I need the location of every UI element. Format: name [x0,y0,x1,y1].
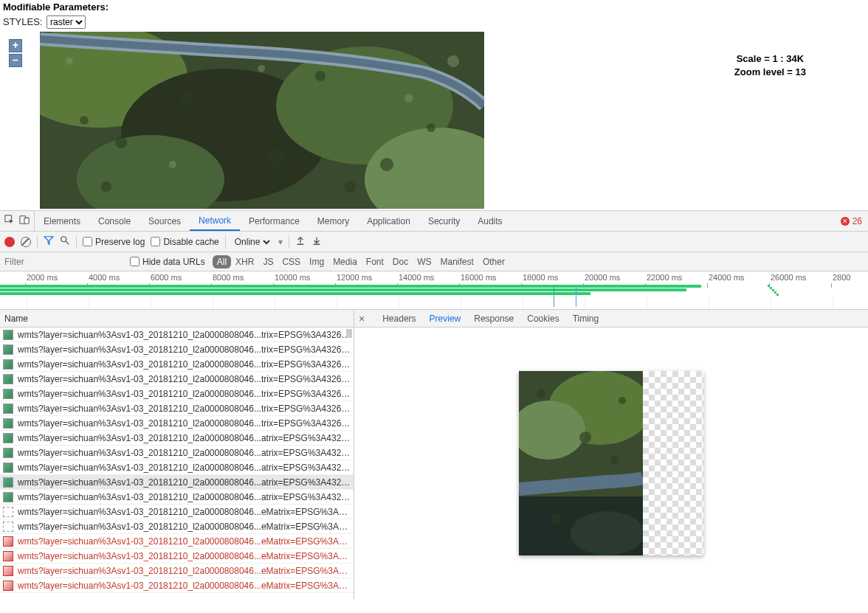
filter-type-img[interactable]: Img [305,255,328,269]
request-row[interactable]: wmts?layer=sichuan%3Asv1-03_20181210_l2a… [0,519,354,534]
request-row[interactable]: wmts?layer=sichuan%3Asv1-03_20181210_l2a… [0,578,354,593]
devtools-tab-network[interactable]: Network [190,211,240,231]
request-row[interactable]: wmts?layer=sichuan%3Asv1-03_20181210_l2a… [0,475,354,490]
file-icon [3,448,13,458]
request-name: wmts?layer=sichuan%3Asv1-03_20181210_l2a… [18,477,351,488]
request-row[interactable]: wmts?layer=sichuan%3Asv1-03_20181210_l2a… [0,387,354,401]
devtools-panel: ElementsConsoleSourcesNetworkPerformance… [0,210,868,599]
network-timeline[interactable]: 2000 ms4000 ms6000 ms8000 ms10000 ms1200… [0,271,868,310]
preview-image [519,371,703,555]
devtools-tab-application[interactable]: Application [358,211,419,231]
svg-point-7 [115,136,127,148]
detail-tab-timing[interactable]: Timing [573,314,599,324]
request-row[interactable]: wmts?layer=sichuan%3Asv1-03_20181210_l2a… [0,372,354,387]
timeline-tick: 6000 ms [151,273,182,282]
request-name: wmts?layer=sichuan%3Asv1-03_20181210_l2a… [18,536,351,547]
request-row[interactable]: wmts?layer=sichuan%3Asv1-03_20181210_l2a… [0,564,354,578]
filter-toggle-icon[interactable] [44,235,54,248]
devtools-tab-security[interactable]: Security [419,211,469,231]
request-row[interactable]: wmts?layer=sichuan%3Asv1-03_20181210_l2a… [0,431,354,446]
file-icon [3,536,13,547]
file-icon [3,359,13,370]
filter-type-ws[interactable]: WS [413,255,435,269]
timeline-tick: 18000 ms [523,273,558,282]
zoom-out-button[interactable]: – [9,54,22,67]
timeline-tick: 16000 ms [461,273,496,282]
devtools-tab-elements[interactable]: Elements [35,211,89,231]
svg-point-9 [267,148,285,166]
request-list[interactable]: wmts?layer=sichuan%3Asv1-03_20181210_l2a… [0,328,354,599]
svg-point-17 [258,65,265,72]
filter-type-media[interactable]: Media [328,255,362,269]
styles-select[interactable]: raster [46,15,86,29]
request-name: wmts?layer=sichuan%3Asv1-03_20181210_l2a… [18,581,351,591]
file-icon [3,492,13,502]
devtools-tab-console[interactable]: Console [89,211,140,231]
request-row[interactable]: wmts?layer=sichuan%3Asv1-03_20181210_l2a… [0,446,354,460]
filter-type-manifest[interactable]: Manifest [436,255,478,269]
preserve-log-checkbox[interactable]: Preserve log [83,237,145,247]
device-toggle-icon[interactable] [19,215,30,227]
svg-rect-22 [24,218,29,224]
svg-line-24 [66,241,69,244]
request-row[interactable]: wmts?layer=sichuan%3Asv1-03_20181210_l2a… [0,342,354,357]
search-icon[interactable] [60,235,70,248]
close-details-button[interactable]: × [359,313,365,325]
disable-cache-checkbox[interactable]: Disable cache [151,237,218,247]
clear-button[interactable] [21,237,31,247]
file-icon [3,433,13,443]
request-name: wmts?layer=sichuan%3Asv1-03_20181210_l2a… [18,551,351,561]
timeline-tick: 4000 ms [89,273,120,282]
svg-point-16 [447,55,459,67]
detail-tab-headers[interactable]: Headers [382,314,416,324]
file-icon [3,566,13,576]
scale-label: Scale = 1 : 34K [734,52,806,66]
scrollbar-thumb[interactable] [346,329,352,338]
request-row[interactable]: wmts?layer=sichuan%3Asv1-03_20181210_l2a… [0,460,354,475]
request-row[interactable]: wmts?layer=sichuan%3Asv1-03_20181210_l2a… [0,534,354,549]
upload-har-icon[interactable] [295,235,306,248]
throttling-select[interactable]: Online [232,236,272,248]
filter-type-font[interactable]: Font [362,255,388,269]
request-row[interactable]: wmts?layer=sichuan%3Asv1-03_20181210_l2a… [0,357,354,372]
error-count[interactable]: ✕ 26 [841,216,868,226]
filter-type-other[interactable]: Other [478,255,509,269]
name-column-header[interactable]: Name [0,310,354,328]
filter-type-xhr[interactable]: XHR [231,255,258,269]
file-icon [3,507,13,517]
request-row[interactable]: wmts?layer=sichuan%3Asv1-03_20181210_l2a… [0,416,354,431]
detail-tab-response[interactable]: Response [474,314,514,324]
zoom-in-button[interactable]: + [9,39,22,52]
svg-point-13 [101,181,111,192]
filter-type-doc[interactable]: Doc [388,255,413,269]
timeline-tick: 8000 ms [213,273,244,282]
devtools-tab-audits[interactable]: Audits [469,211,511,231]
request-row[interactable]: wmts?layer=sichuan%3Asv1-03_20181210_l2a… [0,549,354,564]
download-har-icon[interactable] [311,235,322,248]
map-canvas[interactable] [40,32,484,209]
record-button[interactable] [4,237,15,247]
modifiable-params-label: Modifiable Parameters: [3,1,865,13]
inspect-element-icon[interactable] [4,215,15,227]
detail-tab-preview[interactable]: Preview [430,314,461,324]
request-row[interactable]: wmts?layer=sichuan%3Asv1-03_20181210_l2a… [0,328,354,342]
request-name: wmts?layer=sichuan%3Asv1-03_20181210_l2a… [18,418,351,429]
devtools-tab-memory[interactable]: Memory [309,211,358,231]
request-row[interactable]: wmts?layer=sichuan%3Asv1-03_20181210_l2a… [0,490,354,505]
filter-type-css[interactable]: CSS [278,255,305,269]
request-name: wmts?layer=sichuan%3Asv1-03_20181210_l2a… [18,330,351,340]
filter-input[interactable] [4,257,123,267]
request-row[interactable]: wmts?layer=sichuan%3Asv1-03_20181210_l2a… [0,505,354,519]
request-name: wmts?layer=sichuan%3Asv1-03_20181210_l2a… [18,374,351,384]
detail-tab-cookies[interactable]: Cookies [527,314,559,324]
request-row[interactable]: wmts?layer=sichuan%3Asv1-03_20181210_l2a… [0,401,354,416]
devtools-tab-sources[interactable]: Sources [140,211,190,231]
svg-point-31 [579,432,591,443]
filter-type-js[interactable]: JS [258,255,278,269]
request-name: wmts?layer=sichuan%3Asv1-03_20181210_l2a… [18,359,351,370]
hide-data-urls-checkbox[interactable]: Hide data URLs [130,257,205,267]
svg-point-12 [427,123,435,132]
devtools-tab-performance[interactable]: Performance [240,211,309,231]
filter-type-all[interactable]: All [213,255,231,269]
file-icon [3,477,13,488]
